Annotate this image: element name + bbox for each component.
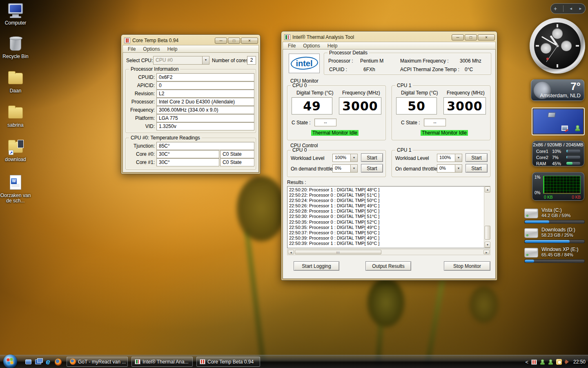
sidebar-control: + ◄ ► — [550, 3, 586, 14]
menu-options[interactable]: Options — [140, 46, 163, 52]
revision-value: L2 — [156, 90, 254, 98]
tat-app-icon — [135, 359, 140, 364]
net-bottom-label: 0% — [535, 191, 540, 195]
chevron-down-icon[interactable]: ▼ — [350, 165, 357, 172]
show-desktop-button[interactable] — [24, 358, 32, 366]
menu-help[interactable]: Help — [324, 43, 341, 49]
cpu1-throttle-combo[interactable]: 0% ▼ — [437, 164, 462, 173]
tray-messenger-icon[interactable] — [540, 359, 545, 365]
scrollbar-thumb[interactable]: lll — [295, 250, 381, 254]
desktop-icon-sabrina[interactable]: sabrina — [0, 105, 31, 128]
cpu0-throttle-combo[interactable]: 0% ▼ — [332, 164, 358, 173]
menu-file[interactable]: File — [285, 43, 299, 49]
desktop-icon-computer[interactable]: Computer — [0, 2, 31, 26]
windows-flag-icon — [7, 358, 13, 365]
log-line: 22:50:39: Processor 1 : DIGITAL TMP[ 50°… — [289, 241, 482, 246]
scroll-down-icon[interactable]: ▼ — [485, 242, 490, 248]
chevron-down-icon[interactable]: ▼ — [455, 154, 462, 162]
results-listbox[interactable]: 22:50:20: Processor 1 : DIGITAL TMP[ 48°… — [287, 186, 490, 248]
cpu0-workload-combo[interactable]: 100% ▼ — [332, 154, 358, 162]
menu-file[interactable]: File — [125, 46, 139, 52]
output-results-button[interactable]: Output Results — [365, 261, 411, 271]
drive-d[interactable]: Downloads (D:) 58.23 GB / 25% — [523, 227, 588, 245]
weather-gadget[interactable]: 7° Amsterdam, NLD — [531, 79, 584, 101]
cpu-meter-header: 2x86 / 920MB / 2045MB — [532, 141, 584, 147]
weather-location: Amsterdam, NLD — [540, 92, 581, 99]
core1-label: Core1 — [536, 149, 550, 154]
cpu1-workload-start-button[interactable]: Start — [466, 153, 488, 162]
select-cpu-combo[interactable]: CPU #0 ▼ — [153, 56, 209, 65]
core-temp-titlebar[interactable]: Core Temp Beta 0.94 ─ □ × — [122, 36, 259, 45]
prev-page-button[interactable]: ◄ — [569, 7, 573, 11]
tray-coretemp-icon[interactable] — [531, 359, 537, 365]
computer-icon[interactable] — [535, 110, 543, 119]
chevron-down-icon[interactable]: ▼ — [350, 154, 357, 162]
tat-titlebar[interactable]: Intel® Thermal Analysis Tool ─ □ × — [283, 33, 496, 42]
vid-label: VID: — [127, 122, 156, 130]
clock-gadget[interactable] — [530, 18, 585, 74]
cstate-label: C State : — [401, 120, 420, 126]
start-logging-button[interactable]: Start Logging — [294, 261, 339, 271]
cpu0-throttle-start-button[interactable]: Start — [361, 164, 383, 173]
log-line: 22:50:35: Processor 1 : DIGITAL TMP[ 49°… — [289, 225, 482, 230]
throttle-label: On demand throttle — [395, 166, 437, 172]
firefox-launcher[interactable] — [54, 358, 62, 366]
volume-icon[interactable] — [565, 359, 570, 365]
tat-window: Intel® Thermal Analysis Tool ─ □ × File … — [281, 31, 497, 280]
core2-value: 7% — [552, 155, 564, 160]
minimize-button[interactable]: ─ — [452, 34, 464, 40]
cpu0-temp-value: 49 — [292, 97, 332, 114]
maximize-button[interactable]: □ — [228, 38, 240, 44]
desktop-icon-oorzaken[interactable]: Oorzaken van de sch... — [0, 175, 31, 204]
taskbar-task-coretemp[interactable]: Core Temp Beta 0.94 — [196, 357, 260, 367]
taskbar-task-firefox[interactable]: GoT - myReact van ... — [67, 357, 128, 367]
frequency-label: Frequency: — [127, 106, 156, 114]
minimize-button[interactable]: ─ — [215, 38, 227, 44]
switch-windows-button[interactable] — [34, 358, 42, 366]
drive-c[interactable]: Vista (C:) 44.2 GB / 59% — [523, 207, 588, 225]
core0-state: C0 State — [220, 150, 254, 158]
tray-messenger-icon[interactable] — [548, 359, 553, 365]
drive-e-bar — [524, 259, 585, 263]
results-horizontal-scrollbar[interactable]: ◄ ► lll — [287, 249, 490, 255]
task-label: Intel® Thermal Ana... — [143, 359, 189, 365]
next-page-button[interactable]: ► — [579, 7, 582, 11]
net-down-value: 0 KB — [544, 195, 553, 200]
cpu1-throttle-start-button[interactable]: Start — [466, 164, 488, 173]
wallpaper-stem — [245, 229, 265, 368]
desktop-icon-download[interactable]: ↗ download — [0, 139, 31, 162]
close-button[interactable]: × — [241, 38, 258, 44]
cpu-meter-gadget[interactable]: 2x86 / 920MB / 2045MB Core1 10% Core2 7%… — [532, 141, 584, 166]
frequency-label: Frequency (MHz) — [342, 90, 380, 96]
results-label: Results : — [287, 180, 306, 185]
chevron-down-icon[interactable]: ▼ — [455, 165, 462, 172]
taskbar-task-tat[interactable]: Intel® Thermal Ana... — [131, 357, 193, 367]
switch-windows-icon — [35, 359, 41, 364]
scrollbar-thumb[interactable] — [485, 226, 490, 240]
results-vertical-scrollbar[interactable]: ▲ ▼ — [484, 186, 491, 248]
scroll-right-icon[interactable]: ► — [483, 250, 490, 254]
cpu1-workload-combo[interactable]: 100% ▼ — [437, 154, 462, 162]
desktop-icon-recycle-bin[interactable]: Recycle Bin — [0, 36, 31, 59]
desktop-icon-daan[interactable]: Daan — [0, 70, 31, 94]
menu-help[interactable]: Help — [164, 46, 181, 52]
menu-options[interactable]: Options — [300, 43, 323, 49]
scroll-up-icon[interactable]: ▲ — [485, 186, 490, 193]
add-gadget-button[interactable]: + — [554, 5, 557, 12]
clock-subdial — [552, 28, 563, 39]
log-line: 22:50:20: Processor 1 : DIGITAL TMP[ 48°… — [289, 187, 482, 193]
scroll-left-icon[interactable]: ◄ — [288, 250, 294, 254]
maximize-button[interactable]: □ — [465, 34, 477, 40]
tray-clock-app-icon[interactable] — [556, 359, 562, 365]
chevron-down-icon[interactable]: ▼ — [202, 56, 209, 64]
apicid-value: 0 — [156, 81, 254, 90]
stop-monitor-button[interactable]: Stop Monitor — [444, 261, 490, 271]
core1-state: C0 State — [220, 158, 254, 166]
internet-explorer-launcher[interactable]: e — [44, 358, 52, 366]
start-button[interactable] — [3, 355, 17, 368]
close-button[interactable]: × — [478, 34, 495, 40]
drive-e[interactable]: Windows XP (E:) 65.45 GB / 84% — [523, 246, 588, 264]
tray-expand-icon[interactable]: < — [525, 359, 528, 365]
network-gadget[interactable]: 1% 0% 0 KB 0 KB — [532, 172, 584, 201]
cpu0-workload-start-button[interactable]: Start — [361, 153, 383, 162]
